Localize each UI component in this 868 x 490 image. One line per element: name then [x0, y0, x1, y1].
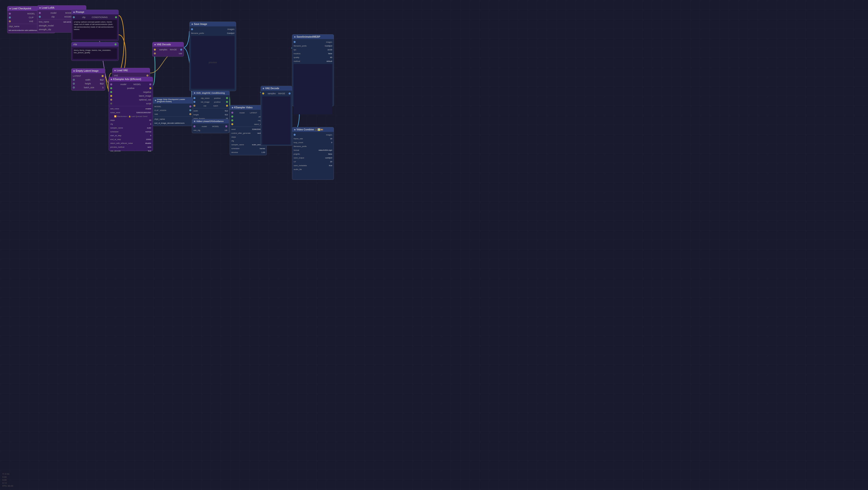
prompt-positive-title: Prompt — [76, 11, 84, 13]
svd-conditioning-header: SVD_img2Vid_Conditioning — [192, 91, 229, 95]
corner-info: T: 0 ms 0.00 0.00 0 / 0 FPS: 60.00 — [2, 472, 13, 488]
prompt-negative-node[interactable]: clip blurry, blurry_image, lowres, low_r… — [71, 42, 119, 61]
prompt-positive-node[interactable]: Prompt clip CONDITIONING a funny cartoon… — [71, 9, 119, 41]
save-image-title: Save Image — [194, 23, 207, 25]
lc-model-label: MODEL — [27, 12, 35, 15]
canvas: Load Checkpoint MODEL CLIP VAE ckpt_name — [0, 0, 868, 490]
save-image-node[interactable]: Save Image images filename_prefix ComfyU… — [189, 22, 236, 91]
load-vae-header: Load VAE — [113, 68, 150, 73]
load-lora-title: Load LoRA — [42, 6, 54, 9]
empty-latent-header: Empty Latent Image — [71, 68, 105, 73]
prompt-negative-header: clip — [71, 42, 118, 47]
vae-decode2-preview — [262, 96, 290, 144]
ksampler-video-title: KSampler Video — [234, 106, 253, 109]
prompt-negative-text[interactable]: blurry, blurry_image, lowres, low_resolu… — [73, 48, 117, 59]
empty-latent-node[interactable]: Empty Latent Image LATENT width 512 heig… — [71, 68, 105, 91]
lc-ckpt-value: rail-semiconductor-sdxl.safetensors — [8, 29, 39, 31]
ksampler-adv-header: KSampler Adv (Efficient) — [109, 77, 153, 82]
corner-info-line3: 0.00 — [2, 479, 13, 482]
prompt-positive-header: Prompt — [71, 10, 118, 14]
vae-decode-node[interactable]: VAE Decode samples IMAGE vae — [152, 42, 184, 57]
corner-info-line2: 0.00 — [2, 476, 13, 479]
ll-clip-in: clip — [51, 16, 55, 18]
corner-info-line4: 0 / 0 — [2, 482, 13, 485]
corner-info-line1: T: 0 ms — [2, 472, 13, 476]
save-image-preview: preview — [191, 36, 235, 89]
lc-vae-label: VAE — [29, 20, 33, 23]
video-linearcfg-title: Video LinearCFGGuidance — [196, 120, 224, 123]
vae-decode-title: VAE Decode — [157, 43, 171, 46]
ksampler-adv-node[interactable]: KSampler Adv (Efficient) model MODEL pos… — [108, 77, 153, 151]
load-vae-title: Load VAE — [117, 69, 128, 72]
corner-info-line5: FPS: 60.00 — [2, 485, 13, 488]
vae-decode2-title: VAE Decode — [265, 87, 279, 90]
vae-decode-header: VAE Decode — [152, 42, 184, 47]
prompt-positive-text[interactable]: a funny cartoon concept pastel colors. t… — [73, 20, 117, 39]
image-only-checkpoint-title: Image Only Checkpoint Loader (img2vid mo… — [157, 98, 191, 102]
lc-ckpt-label: ckpt_name — [9, 25, 20, 28]
ll-clip-out: MODEL — [64, 16, 72, 18]
image-only-checkpoint-node[interactable]: Image Only Checkpoint Loader (img2vid mo… — [153, 97, 193, 126]
save-animated-webp-title: SaveAnimatedWEBP — [297, 35, 320, 38]
save-animated-webp-header: SaveAnimatedWEBP — [292, 34, 334, 39]
vae-decode2-header: VAE Decode — [261, 86, 292, 91]
image-only-checkpoint-header: Image Only Checkpoint Loader (img2vid mo… — [153, 97, 193, 103]
save-webp-preview — [293, 64, 332, 114]
svd-conditioning-title: SVD_img2Vid_Conditioning — [196, 92, 225, 94]
vae-decode2-node[interactable]: VAE Decode samples IMAGE — [260, 86, 292, 146]
lc-clip-label: CLIP — [29, 16, 34, 19]
video-combine-node[interactable]: Video Combine 🎥🖼️🎞️ images frame_rate 16… — [292, 127, 334, 180]
video-combine-title: Video Combine 🎥🖼️🎞️ — [297, 128, 323, 131]
video-linearcfg-header: Video LinearCFGGuidance — [192, 119, 229, 123]
video-linearcfg-node[interactable]: Video LinearCFGGuidance model MODEL min_… — [192, 119, 229, 133]
ksampler-adv-title: KSampler Adv (Efficient) — [113, 78, 141, 81]
load-checkpoint-title: Load Checkpoint — [12, 7, 31, 10]
video-combine-header: Video Combine 🎥🖼️🎞️ — [292, 127, 334, 132]
ll-model-in: model — [51, 12, 57, 14]
prompt-negative-title: clip — [73, 43, 77, 45]
save-animated-webp-node[interactable]: SaveAnimatedWEBP images filename_prefix … — [292, 34, 334, 106]
save-image-header: Save Image — [190, 22, 236, 26]
empty-latent-title: Empty Latent Image — [76, 69, 98, 72]
